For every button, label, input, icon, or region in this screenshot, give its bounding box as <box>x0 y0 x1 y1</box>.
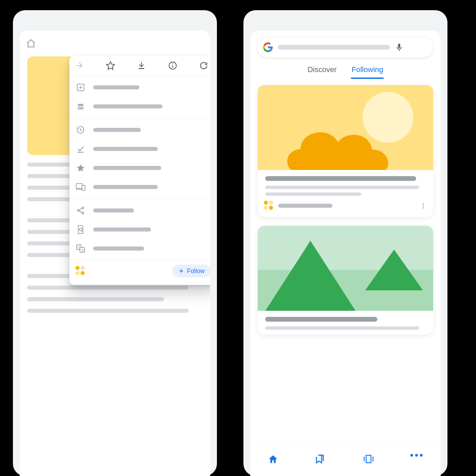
svg-point-30 <box>423 207 424 209</box>
following-feed-mock: Discover Following <box>243 10 447 476</box>
mic-icon[interactable] <box>395 43 404 52</box>
card-image <box>258 226 433 311</box>
menu-item-label <box>93 247 144 251</box>
svg-point-19 <box>79 228 82 231</box>
menu-item-label <box>93 147 158 151</box>
svg-point-14 <box>82 207 84 209</box>
translate-icon: G文 <box>75 243 86 254</box>
card-image <box>258 85 433 170</box>
menu-item-share[interactable] <box>69 201 210 220</box>
share-icon <box>75 205 86 216</box>
google-logo-icon <box>263 42 273 52</box>
svg-point-29 <box>423 205 424 206</box>
card-more-icon[interactable] <box>420 202 427 209</box>
menu-item-history[interactable] <box>69 120 210 139</box>
follow-button[interactable]: Follow <box>172 265 210 277</box>
menu-item-bookmarks[interactable] <box>69 158 210 177</box>
svg-text:G: G <box>78 245 80 249</box>
svg-point-15 <box>78 209 79 211</box>
home-icon[interactable] <box>26 38 36 49</box>
menu-item-label <box>93 85 139 89</box>
site-favicon-icon <box>75 266 86 276</box>
menu-item-recent-tabs[interactable] <box>69 177 210 197</box>
card-title-block <box>258 311 433 335</box>
svg-rect-0 <box>139 68 144 69</box>
svg-line-18 <box>79 211 82 213</box>
menu-item-label <box>93 208 134 213</box>
svg-text:文: 文 <box>81 248 84 252</box>
feed-tabs: Discover Following <box>250 65 441 79</box>
download-icon[interactable] <box>136 60 147 71</box>
menu-item-downloads[interactable] <box>69 139 210 158</box>
svg-rect-27 <box>399 50 400 51</box>
menu-item-find-in-page[interactable] <box>69 220 210 239</box>
menu-item-label <box>93 227 151 232</box>
nav-home-icon[interactable] <box>268 454 280 467</box>
chrome-overflow-menu: G文 Follow <box>69 56 210 285</box>
feed-card[interactable] <box>258 85 433 217</box>
svg-point-8 <box>81 107 83 109</box>
search-bar[interactable] <box>257 37 434 58</box>
info-icon[interactable] <box>167 60 178 71</box>
feed-card[interactable] <box>258 226 433 335</box>
svg-point-3 <box>172 63 173 64</box>
omnibox-row <box>20 31 210 56</box>
svg-rect-13 <box>82 185 85 190</box>
history-icon <box>75 125 86 135</box>
site-favicon-icon <box>264 201 274 211</box>
svg-rect-31 <box>366 455 371 463</box>
star-icon[interactable] <box>105 60 116 71</box>
nav-tabs-icon[interactable] <box>363 454 376 467</box>
tab-discover[interactable]: Discover <box>308 65 337 79</box>
incognito-icon <box>75 101 86 112</box>
menu-item-label <box>93 104 163 108</box>
chrome-overflow-menu-mock: G文 Follow <box>13 10 217 476</box>
find-in-page-icon <box>75 224 86 235</box>
follow-label: Follow <box>187 268 205 275</box>
svg-point-28 <box>423 203 424 204</box>
menu-item-label <box>93 185 158 189</box>
forward-icon[interactable] <box>73 60 85 71</box>
svg-line-17 <box>79 208 82 210</box>
menu-item-new-tab[interactable] <box>69 78 210 97</box>
svg-line-20 <box>82 231 83 232</box>
menu-item-follow-site[interactable]: Follow <box>69 260 210 282</box>
svg-point-16 <box>82 212 84 214</box>
menu-item-incognito[interactable] <box>69 97 210 116</box>
card-source-label <box>278 204 333 208</box>
bottom-nav <box>250 444 441 476</box>
tab-following[interactable]: Following <box>352 65 383 79</box>
nav-bookmarks-icon[interactable] <box>315 454 328 467</box>
menu-item-label <box>93 128 141 132</box>
search-input[interactable] <box>278 45 390 50</box>
star-filled-icon <box>75 163 86 173</box>
plus-square-icon <box>75 82 86 92</box>
refresh-icon[interactable] <box>198 60 209 71</box>
devices-icon <box>75 182 86 192</box>
menu-item-label <box>93 166 161 170</box>
card-title-block <box>258 170 433 197</box>
menu-item-translate[interactable]: G文 <box>69 239 210 258</box>
svg-rect-11 <box>76 184 82 188</box>
check-underline-icon <box>75 144 86 154</box>
svg-point-7 <box>78 107 80 109</box>
nav-more-icon[interactable] <box>410 454 423 467</box>
